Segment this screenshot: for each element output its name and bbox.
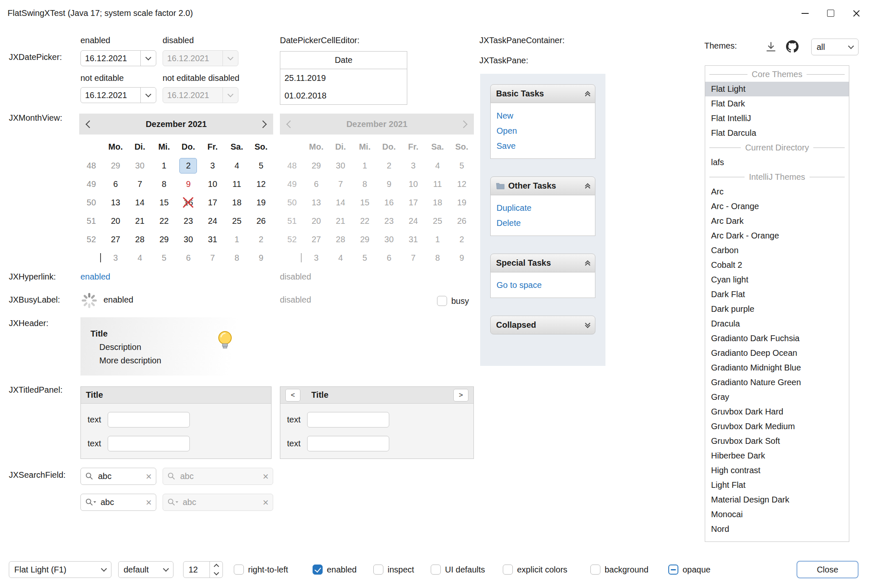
taskpane-link[interactable]: Duplicate (497, 200, 595, 215)
theme-list-item[interactable]: Hiberbee Dark (705, 448, 849, 463)
theme-list-item[interactable]: Dark Flat (705, 287, 849, 302)
theme-list-item[interactable]: Flat Dark (705, 96, 849, 111)
spinner-down-button[interactable] (210, 570, 222, 578)
next-month-button[interactable] (260, 119, 266, 129)
checkbox-right-to-left[interactable]: right-to-left (234, 565, 288, 575)
taskpane-link[interactable]: Open (497, 123, 595, 138)
theme-list-item[interactable]: Material Design Dark (705, 492, 849, 507)
day-cell[interactable]: 31 (200, 230, 225, 249)
text-field[interactable] (307, 412, 389, 427)
theme-list-item[interactable]: Gradianto Deep Ocean (705, 346, 849, 360)
day-cell[interactable]: 18 (225, 193, 249, 212)
day-cell[interactable]: 5 (249, 156, 273, 175)
hyperlink-enabled[interactable]: enabled (80, 272, 110, 282)
prev-month-button[interactable] (87, 119, 92, 129)
checkbox-enabled[interactable]: enabled (313, 565, 357, 575)
spinner-up-button[interactable] (210, 562, 222, 570)
day-cell[interactable]: 6 (176, 249, 201, 267)
day-cell[interactable]: 22 (152, 212, 176, 230)
theme-list-item[interactable]: High contrast (705, 463, 849, 478)
clear-icon[interactable]: × (146, 497, 152, 508)
day-cell[interactable]: 29 (152, 230, 176, 249)
theme-list-item[interactable]: Flat IntelliJ (705, 111, 849, 126)
table-header[interactable]: Date (280, 52, 407, 69)
datepicker-not-editable[interactable]: 16.12.2021 (80, 87, 156, 103)
taskpane-header[interactable]: Collapsed (490, 316, 595, 334)
day-cell[interactable]: 11 (225, 175, 249, 193)
maximize-button[interactable] (818, 0, 843, 26)
day-cell[interactable]: 9 (176, 175, 201, 193)
panel-right-button[interactable]: > (453, 389, 468, 401)
day-cell[interactable]: 10 (200, 175, 225, 193)
day-cell[interactable]: 5 (152, 249, 176, 267)
theme-list-item[interactable]: Dracula (705, 316, 849, 331)
clear-icon[interactable]: × (146, 471, 152, 482)
theme-list-item[interactable]: Cobalt 2 (705, 258, 849, 272)
theme-list-item[interactable]: Gruvbox Dark Soft (705, 434, 849, 448)
day-cell[interactable]: 27 (103, 230, 128, 249)
theme-list-item[interactable]: Arc Dark - Orange (705, 228, 849, 243)
day-cell[interactable]: 28 (128, 230, 152, 249)
datepicker-dropdown-button[interactable] (140, 88, 156, 103)
taskpane-link[interactable]: New (497, 108, 595, 123)
theme-list-item[interactable]: Flat Darcula (705, 126, 849, 140)
day-cell[interactable]: 24 (200, 212, 225, 230)
font-combo[interactable]: default (118, 561, 173, 578)
day-cell[interactable]: 1 (225, 230, 249, 249)
day-cell[interactable]: 4 (225, 156, 249, 175)
day-cell[interactable]: 14 (128, 193, 152, 212)
search-input[interactable] (97, 471, 142, 482)
panel-left-button[interactable]: < (285, 389, 300, 401)
theme-list-item[interactable]: Gruvbox Dark Medium (705, 419, 849, 434)
theme-list-item[interactable]: Gruvbox Dark Hard (705, 404, 849, 419)
checkbox-opaque[interactable]: opaque (668, 565, 711, 575)
theme-list-item[interactable]: Light Flat (705, 478, 849, 492)
github-icon[interactable] (786, 40, 799, 53)
taskpane-link[interactable]: Delete (497, 215, 595, 231)
datepicker-dropdown-button[interactable] (140, 51, 156, 66)
day-cell[interactable]: 21 (128, 212, 152, 230)
close-window-button[interactable] (843, 0, 869, 26)
day-cell[interactable]: 2 (249, 230, 273, 249)
day-cell[interactable]: 30 (176, 230, 201, 249)
theme-list-item[interactable]: Nord (705, 522, 849, 536)
text-field[interactable] (108, 436, 190, 451)
search-field[interactable]: × (80, 468, 156, 485)
day-cell[interactable]: 12 (249, 175, 273, 193)
day-cell[interactable]: 7 (200, 249, 225, 267)
checkbox-inspect[interactable]: inspect (373, 565, 414, 575)
font-size-spinner[interactable]: 12 (183, 561, 223, 578)
download-icon[interactable] (765, 41, 777, 53)
taskpane-header[interactable]: Special Tasks (490, 254, 595, 272)
theme-list-item[interactable]: Gray (705, 390, 849, 404)
busy-checkbox[interactable]: busy (437, 296, 469, 306)
checkbox-explicit-colors[interactable]: explicit colors (503, 565, 567, 575)
minimize-button[interactable] (792, 0, 818, 26)
day-cell[interactable]: 7 (128, 175, 152, 193)
taskpane-link[interactable]: Save (497, 138, 595, 153)
day-cell[interactable]: 25 (225, 212, 249, 230)
day-cell[interactable]: 15 (152, 193, 176, 212)
taskpane-link[interactable]: Go to space (497, 277, 595, 293)
day-cell[interactable]: 4 (128, 249, 152, 267)
theme-list-item[interactable]: lafs (705, 155, 849, 170)
themes-filter-combo[interactable]: all (811, 39, 859, 55)
day-cell[interactable]: 6 (103, 175, 128, 193)
laf-combo[interactable]: Flat Light (F1) (9, 561, 111, 578)
day-cell[interactable]: 3 (103, 249, 128, 267)
checkbox-ui-defaults[interactable]: UI defaults (431, 565, 485, 575)
text-field[interactable] (108, 412, 190, 427)
theme-list-item[interactable]: Arc - Orange (705, 199, 849, 214)
checkbox-background[interactable]: background (590, 565, 649, 575)
theme-list-item[interactable]: Gradianto Nature Green (705, 375, 849, 390)
day-cell[interactable]: 30 (128, 156, 152, 175)
day-cell[interactable]: 26 (249, 212, 273, 230)
theme-list-item[interactable]: Carbon (705, 243, 849, 258)
day-cell[interactable]: 16 (176, 193, 201, 212)
theme-list-item[interactable]: Arc (705, 184, 849, 199)
clear-icon[interactable]: × (263, 497, 269, 508)
day-cell[interactable]: 2 (176, 156, 201, 175)
day-cell[interactable]: 9 (249, 249, 273, 267)
day-cell[interactable]: 8 (152, 175, 176, 193)
day-cell[interactable]: 19 (249, 193, 273, 212)
